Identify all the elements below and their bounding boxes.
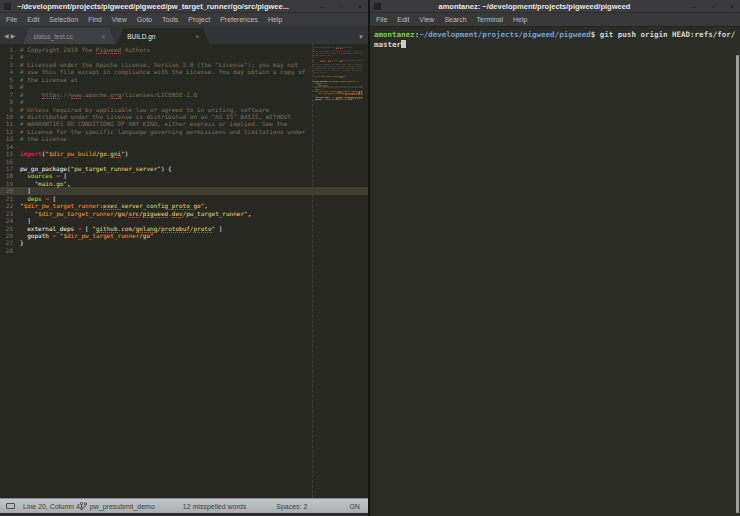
terminal-minimize-icon[interactable]: –: [690, 3, 698, 10]
line-number: 18: [0, 172, 20, 179]
editor-statusbar: Line 20, Column 4 pw_presubmit_demo 12 m…: [0, 498, 368, 513]
code-line-17: 17pw_go_package("pw_target_runner_server…: [0, 165, 368, 172]
terminal-menu-terminal[interactable]: Terminal: [477, 16, 503, 23]
terminal-window: amontanez: ~/development/projects/pigwee…: [370, 0, 740, 516]
editor-menu-tools[interactable]: Tools: [162, 16, 178, 23]
editor-menu-file[interactable]: File: [6, 16, 17, 23]
line-number: 5: [0, 76, 20, 83]
line-number: 12: [0, 128, 20, 135]
misspelled-words-status[interactable]: 12 misspelled words: [183, 503, 246, 510]
editor-maximize-icon[interactable]: ▫: [337, 3, 345, 10]
terminal-prompt-line: amontanez:~/development/projects/pigweed…: [374, 30, 736, 40]
code-line-23: 23 "$dir_pw_target_runner/go/src/pigweed…: [0, 210, 368, 217]
code-line-13: 13# the License.: [0, 135, 368, 142]
editor-close-icon[interactable]: ×: [356, 3, 364, 10]
tab-label: BUILD.gn: [127, 33, 155, 40]
terminal-cursor: [401, 40, 406, 48]
terminal-body[interactable]: amontanez:~/development/projects/pigweed…: [370, 27, 740, 516]
line-number: 26: [0, 232, 20, 239]
line-number: 15: [0, 150, 20, 157]
code-line-14: 14: [0, 143, 368, 150]
line-number: 4: [0, 68, 20, 75]
code-line-18: 18 sources = [: [0, 172, 368, 179]
editor-menu-edit[interactable]: Edit: [27, 16, 39, 23]
editor-menu-preferences[interactable]: Preferences: [220, 16, 258, 23]
editor-body[interactable]: 1# Copyright 2019 The Pigweed Authors2#3…: [0, 44, 368, 498]
code-line-21: 21 deps = [: [0, 195, 368, 202]
line-number: 20: [0, 187, 20, 194]
panel-toggle-icon[interactable]: [6, 503, 15, 509]
editor-menubar: FileEditSelectionFindViewGotoToolsProjec…: [0, 13, 368, 25]
code-line-10: 10# distributed under the License is dis…: [0, 113, 368, 120]
tab-close-icon[interactable]: ×: [195, 33, 199, 40]
code-line-26: 26 gopath = "$dir_pw_target_runner/go": [0, 232, 368, 239]
terminal-titlebar[interactable]: amontanez: ~/development/projects/pigwee…: [370, 0, 740, 13]
code-line-9: 9# Unless required by applicable law or …: [0, 106, 368, 113]
editor-minimize-icon[interactable]: –: [318, 3, 326, 10]
line-number: 1: [0, 46, 20, 53]
editor-tabstrip: ◀▶ status_test.cc×BUILD.gn× ▼: [0, 25, 368, 44]
line-number: 19: [0, 180, 20, 187]
indent-status[interactable]: Spaces: 2: [276, 503, 307, 510]
terminal-command: git push origin HEAD:refs/for/: [600, 30, 735, 39]
git-branch-status[interactable]: pw_presubmit_demo: [80, 502, 155, 510]
line-number: 7: [0, 91, 20, 98]
code-line-20: 20 ]: [0, 187, 368, 194]
line-number: 17: [0, 165, 20, 172]
editor-window-title: ~/development/projects/pigweed/pigweed/p…: [17, 2, 310, 11]
line-number: 25: [0, 225, 20, 232]
editor-menu-view[interactable]: View: [112, 16, 127, 23]
tab-overflow-icon[interactable]: ▼: [358, 34, 364, 40]
prompt-user: amontanez: [374, 30, 415, 39]
tab-close-icon[interactable]: ×: [101, 33, 105, 40]
tab-build.gn[interactable]: BUILD.gn×: [117, 28, 209, 44]
tab-status_test.cc[interactable]: status_test.cc×: [23, 28, 115, 44]
terminal-menu-help[interactable]: Help: [513, 16, 527, 23]
line-number: 22: [0, 202, 20, 209]
line-number: 3: [0, 61, 20, 68]
terminal-scrollbar[interactable]: [736, 55, 739, 513]
tab-scroll-arrows[interactable]: ◀▶: [4, 32, 17, 39]
terminal-window-title: amontanez: ~/development/projects/pigwee…: [387, 2, 682, 11]
line-number: 23: [0, 210, 20, 217]
terminal-menu-file[interactable]: File: [376, 16, 387, 23]
line-number: 8: [0, 98, 20, 105]
minimap-line: "$dir_pw_target_runner/go/src/pigweed.de…: [313, 92, 363, 94]
prompt-path: ~/development/projects/pigweed/pigweed: [419, 30, 591, 39]
editor-menu-goto[interactable]: Goto: [137, 16, 152, 23]
code-line-25: 25 external_deps = [ "github.com/golang/…: [0, 225, 368, 232]
editor-titlebar[interactable]: ~/development/projects/pigweed/pigweed/p…: [0, 0, 368, 13]
code-line-19: 19 "main.go",: [0, 180, 368, 187]
line-number: 10: [0, 113, 20, 120]
editor-menu-selection[interactable]: Selection: [49, 16, 78, 23]
line-number: 21: [0, 195, 20, 202]
editor-menu-find[interactable]: Find: [88, 16, 102, 23]
minimap-line: [313, 103, 363, 105]
code-line-15: 15import("$dir_pw_build/go.gni"): [0, 150, 368, 157]
terminal-menu-view[interactable]: View: [419, 16, 434, 23]
editor-menu-project[interactable]: Project: [188, 16, 210, 23]
tab-label: status_test.cc: [33, 33, 73, 40]
terminal-menubar: FileEditViewSearchTerminalHelp: [370, 13, 740, 27]
syntax-status[interactable]: GN: [349, 503, 360, 510]
cursor-position: Line 20, Column 4: [23, 503, 80, 510]
minimap-line: # https://www.apache.org/licenses/LICENS…: [313, 59, 363, 61]
line-number: 16: [0, 158, 20, 165]
editor-menu-help[interactable]: Help: [268, 16, 282, 23]
terminal-maximize-icon[interactable]: ▫: [709, 3, 717, 10]
code-line-22: 22"$dir_pw_target_runner:exec_server_con…: [0, 202, 368, 209]
line-number: 13: [0, 135, 20, 142]
line-number: 6: [0, 83, 20, 90]
terminal-menu-search[interactable]: Search: [444, 16, 466, 23]
minimap[interactable]: # Copyright 2019 The Pigweed Authors## L…: [313, 46, 363, 105]
terminal-close-icon[interactable]: ×: [728, 3, 736, 10]
editor-window: ~/development/projects/pigweed/pigweed/p…: [0, 0, 368, 516]
line-number: 14: [0, 143, 20, 150]
terminal-app-icon: [374, 3, 381, 10]
code-line-24: 24 ]: [0, 217, 368, 224]
git-branch-icon: [80, 502, 87, 510]
line-number: 24: [0, 217, 20, 224]
code-line-11: 11# WARRANTIES OR CONDITIONS OF ANY KIND…: [0, 120, 368, 127]
code-line-12: 12# License for the specific language go…: [0, 128, 368, 135]
terminal-menu-edit[interactable]: Edit: [397, 16, 409, 23]
